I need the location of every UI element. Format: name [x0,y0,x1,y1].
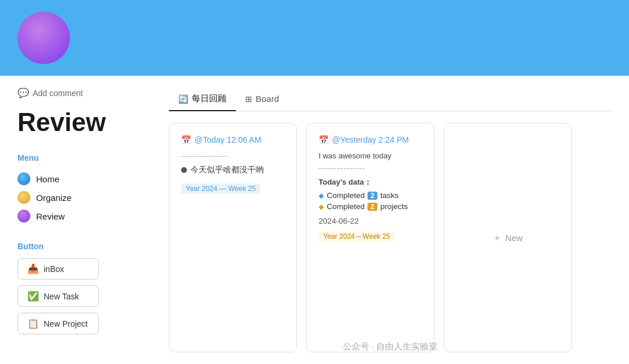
inbox-label: inBox [44,264,64,274]
new-project-label: New Project [44,319,87,328]
refresh-icon: 🔄 [178,94,188,104]
card-new-inner: ＋ New [493,232,522,243]
organize-label: Organize [36,193,72,203]
card-1-week-badge: Year 2024 — Week 25 [181,183,260,194]
button-section: 📥 inBox ✅ New Task 📋 New Project [17,258,134,334]
card-today: 📅 @Today 12:06 AM --------------- 今天似乎啥都… [169,123,297,352]
card-today-header: 📅 @Today 12:06 AM [181,135,285,144]
new-task-icon: ✅ [27,291,39,302]
sidebar-item-review[interactable]: Review [17,207,134,225]
plus-icon: ＋ [493,232,501,243]
sidebar-item-home[interactable]: Home [17,169,134,188]
card-2-todays-data: Today's data： [319,177,422,188]
tab-board[interactable]: ⊞ Board [236,88,288,111]
new-task-button[interactable]: ✅ New Task [17,285,99,307]
add-comment-button[interactable]: 💬 Add comment [17,87,134,98]
card-2-date: 2024-06-22 [319,217,422,225]
calendar-icon-2: 📅 [319,135,328,144]
card-1-chinese-text: 今天似乎啥都没干哟 [190,165,264,175]
completed-projects-label: Completed [327,202,365,211]
board-icon: ⊞ [245,94,252,104]
tasks-count-badge: 2 [367,192,377,200]
tab-daily-review[interactable]: 🔄 每日回顾 [169,87,236,111]
menu-section-label: Menu [17,153,134,162]
sidebar: 💬 Add comment Review Menu Home Organize … [0,76,151,364]
review-dot-icon [17,210,30,222]
new-project-button[interactable]: 📋 New Project [17,313,99,334]
card-today-time: @Today 12:06 AM [195,135,262,144]
card-2-completed-projects: ◆ Completed 2 projects [319,202,422,211]
home-label: Home [36,174,59,184]
comment-icon: 💬 [17,87,29,98]
new-task-label: New Task [44,292,79,301]
add-comment-label: Add comment [33,89,83,98]
cards-area: 📅 @Today 12:06 AM --------------- 今天似乎啥都… [169,123,612,352]
card-2-divider: --------------- [319,164,422,172]
diamond-blue-icon: ◆ [319,192,324,200]
card-1-divider: --------------- [181,151,285,160]
new-label: New [505,233,522,243]
header [0,0,629,76]
card-2-completed-tasks: ◆ Completed 2 tasks [319,191,422,200]
card-yesterday-header: 📅 @Yesterday 2:24 PM [319,135,422,144]
card-yesterday: 📅 @Yesterday 2:24 PM I was awesome today… [306,123,434,352]
diamond-orange-icon: ◆ [319,203,324,211]
card-new[interactable]: ＋ New [444,123,572,352]
projects-unit: projects [380,202,408,211]
completed-tasks-label: Completed [327,191,365,200]
page-title: Review [17,108,134,137]
projects-count-badge: 2 [367,203,377,211]
new-project-icon: 📋 [27,318,39,329]
inbox-icon: 📥 [27,263,39,274]
calendar-icon-1: 📅 [181,135,191,144]
organize-dot-icon [17,191,30,204]
card-1-dot-icon [181,167,187,173]
tasks-unit: tasks [380,191,399,200]
avatar [17,12,70,64]
content-area: 💬 Add comment Review Menu Home Organize … [0,76,629,364]
sidebar-item-organize[interactable]: Organize [17,188,134,207]
tab-daily-review-label: 每日回顾 [192,93,227,104]
card-2-intro: I was awesome today [319,151,422,160]
menu-items: Home Organize Review [17,169,134,225]
main-content: 🔄 每日回顾 ⊞ Board 📅 @Today 12:06 AM -------… [151,76,629,364]
tab-board-label: Board [256,94,279,104]
review-label: Review [36,211,65,221]
card-yesterday-time: @Yesterday 2:24 PM [332,135,409,144]
button-section-label: Button [17,242,134,251]
tab-bar: 🔄 每日回顾 ⊞ Board [169,87,612,111]
card-1-chinese-entry: 今天似乎啥都没干哟 [181,165,285,175]
inbox-button[interactable]: 📥 inBox [17,258,99,280]
home-dot-icon [17,172,30,185]
card-2-week-badge: Year 2024 – Week 25 [319,231,395,242]
